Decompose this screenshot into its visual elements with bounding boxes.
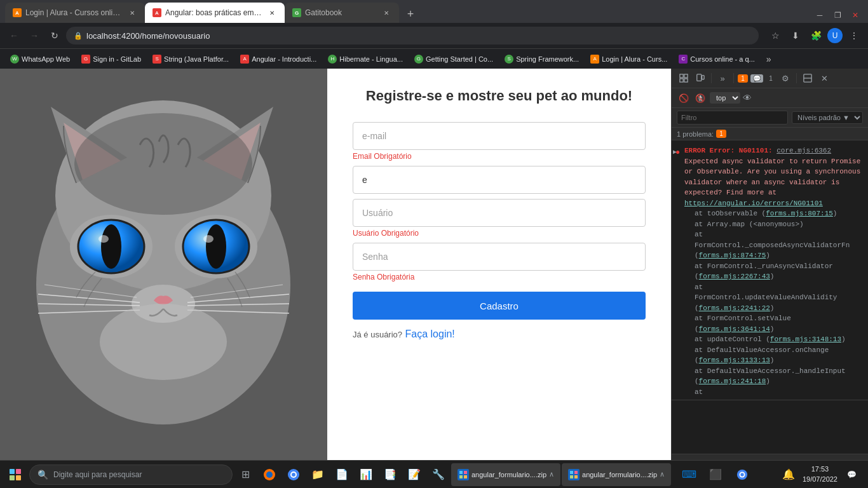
error-log-entry[interactable]: ▶ ● ERROR Error: NG01101: core.mjs:6362 …: [672, 143, 868, 400]
updatevalidity-link[interactable]: forms.mjs:2241:22: [699, 304, 770, 312]
browser-tab-3[interactable]: G Gatitobook ✕: [285, 3, 399, 23]
alura-login-favicon: A: [590, 55, 599, 64]
download-icon[interactable]: ⬇: [787, 27, 804, 44]
warning-count: 💬: [753, 75, 761, 82]
taskbar-time-value: 17:53: [803, 464, 837, 474]
tab1-close[interactable]: ✕: [127, 8, 137, 18]
taskbar-vscode-icon[interactable]: ⌨: [677, 463, 700, 486]
profile-icon[interactable]: U: [827, 28, 843, 43]
bookmark-string[interactable]: S String (Java Platfor...: [147, 53, 234, 65]
taskbar-forms-icon[interactable]: 📝: [403, 463, 426, 486]
tab2-close[interactable]: ✕: [267, 8, 277, 18]
devtools-settings-button[interactable]: ⚙: [778, 71, 792, 85]
devtools-visibility-button[interactable]: 👁: [743, 93, 752, 103]
composedvalidator-link[interactable]: forms.mjs:874:75: [699, 252, 766, 259]
email-input[interactable]: [353, 122, 646, 150]
tab3-close[interactable]: ✕: [381, 8, 391, 18]
taskbar-files-icon[interactable]: 📁: [306, 463, 329, 486]
devtools-filter-input[interactable]: [677, 111, 788, 125]
bookmarks-more-button[interactable]: »: [763, 52, 775, 66]
notification-icon[interactable]: 🔔: [780, 466, 797, 484]
taskbar-tool-icon[interactable]: 🔧: [427, 463, 450, 486]
app1-close[interactable]: ∧: [549, 470, 554, 478]
refresh-button[interactable]: ↻: [46, 27, 64, 44]
svg-point-16: [203, 235, 214, 243]
back-button[interactable]: ←: [5, 27, 23, 44]
bookmark-spring[interactable]: S Spring Framework...: [499, 53, 584, 65]
app2-close[interactable]: ∧: [660, 470, 665, 478]
bookmark-gitlab-label: Sign in - GitLab: [93, 55, 141, 63]
bookmark-gitlab[interactable]: G Sign in - GitLab: [76, 53, 146, 65]
bookmark-spring-label: Spring Framework...: [516, 55, 579, 63]
warning-badge: 💬: [750, 74, 763, 83]
string-favicon: S: [153, 55, 161, 64]
devtools-inspect-button[interactable]: [677, 71, 691, 85]
bookmark-whatsapp[interactable]: W WhatsApp Web: [5, 53, 75, 65]
bookmark-cursos[interactable]: C Cursos online - a q...: [674, 53, 760, 65]
nav-right-controls: ☆ ⬇ 🧩 U ⋮: [766, 27, 863, 44]
devtools-dock-button[interactable]: [801, 71, 815, 85]
taskbar-terminal-icon[interactable]: ⬛: [704, 463, 727, 486]
devtools-more-tools-button[interactable]: »: [715, 71, 729, 85]
bookmark-angular-intro-label: Angular - Introducti...: [252, 55, 316, 63]
taskbar-show-desktop-button[interactable]: 💬: [843, 466, 860, 484]
taskbar-app-1[interactable]: angular_formulario....zip ∧: [451, 463, 560, 486]
maximize-button[interactable]: ❐: [830, 8, 845, 23]
taskbar-docs-icon[interactable]: 📄: [330, 463, 353, 486]
username-input[interactable]: [353, 199, 646, 227]
stack-line-7: at updateControl (forms.mjs:3148:13): [684, 334, 863, 345]
start-button[interactable]: [3, 462, 28, 487]
task-view-button[interactable]: ⊞: [234, 463, 257, 486]
taskbar-sheets-icon[interactable]: 📊: [355, 463, 377, 486]
registration-form-panel: Registre-se e mostre seu pet ao mundo! E…: [327, 69, 671, 488]
message-badge: 1: [766, 74, 776, 83]
error-doc-link[interactable]: https://angular.io/errors/NG01101: [684, 200, 823, 207]
taskbar-slides-icon[interactable]: 📑: [379, 463, 402, 486]
minimize-button[interactable]: ─: [812, 8, 827, 23]
handleinput-link[interactable]: forms.mjs:241:18: [699, 377, 766, 385]
login-link[interactable]: Faça login!: [405, 329, 455, 339]
toobservable-link[interactable]: forms.mjs:807:15: [766, 210, 833, 217]
bookmark-alura-login[interactable]: A Login | Alura - Curs...: [585, 53, 672, 65]
cat-svg: [0, 69, 327, 463]
bookmark-alura-login-label: Login | Alura - Curs...: [602, 55, 667, 63]
taskbar-search-bar[interactable]: 🔍 Digite aqui para pesquisar: [29, 464, 233, 485]
already-user-text: Já é usuário?: [353, 330, 402, 339]
error-source[interactable]: core.mjs:6362: [776, 147, 831, 154]
cursos-favicon: C: [679, 55, 688, 64]
svg-point-40: [292, 473, 295, 477]
devtools-close-button[interactable]: ✕: [817, 71, 831, 85]
new-tab-button[interactable]: +: [402, 5, 419, 23]
devtools-levels-select[interactable]: Níveis padrão ▼: [792, 111, 863, 124]
address-text: localhost:4200/home/novousuario: [86, 31, 751, 41]
devtools-device-button[interactable]: [693, 71, 707, 85]
devtools-console-output[interactable]: ▶ ● ERROR Error: NG01101: core.mjs:6362 …: [672, 140, 868, 454]
devtools-stop-button[interactable]: 🚫: [677, 91, 691, 105]
taskbar-chrome-icon[interactable]: [282, 463, 305, 486]
extensions-icon[interactable]: 🧩: [807, 27, 825, 44]
bookmark-hibernate[interactable]: H Hibernate - Lingua...: [323, 53, 408, 65]
forward-button[interactable]: →: [25, 27, 43, 44]
bookmark-angular-intro[interactable]: A Angular - Introducti...: [235, 53, 322, 65]
address-bar[interactable]: 🔒 localhost:4200/home/novousuario: [66, 27, 759, 44]
setvalue-link[interactable]: forms.mjs:3641:14: [699, 325, 770, 333]
close-window-button[interactable]: ✕: [848, 8, 863, 23]
bookmark-getting-started[interactable]: G Getting Started | Co...: [409, 53, 498, 65]
taskbar-chrome2-icon[interactable]: [731, 463, 754, 486]
devtools-clear-button[interactable]: 🚷: [693, 91, 707, 105]
menu-icon[interactable]: ⋮: [845, 27, 863, 44]
cadastro-button[interactable]: Cadastro: [353, 292, 646, 320]
taskbar-app-2[interactable]: angular_formulario....zip ∧: [562, 463, 671, 486]
password-partial-input[interactable]: [353, 166, 646, 194]
onchange-link[interactable]: forms.mjs:3133:13: [699, 356, 770, 364]
browser-tab-2[interactable]: A Angular: boas práticas em arquit... ✕: [145, 3, 285, 23]
error-header-text: ERROR Error: NG01101: core.mjs:6362 Expe…: [684, 147, 863, 397]
password-input[interactable]: [353, 243, 646, 271]
runasync-link[interactable]: forms.mjs:2267:43: [699, 273, 770, 280]
bookmarks-icon[interactable]: ☆: [766, 27, 784, 44]
updatecontrol-link[interactable]: forms.mjs:3148:13: [770, 336, 841, 343]
devtools-context-selector[interactable]: top: [710, 92, 740, 104]
hibernate-favicon: H: [328, 55, 337, 64]
browser-tab-1[interactable]: A Login | Alura - Cursos online de t... …: [5, 3, 145, 23]
taskbar-firefox-icon[interactable]: [258, 463, 281, 486]
